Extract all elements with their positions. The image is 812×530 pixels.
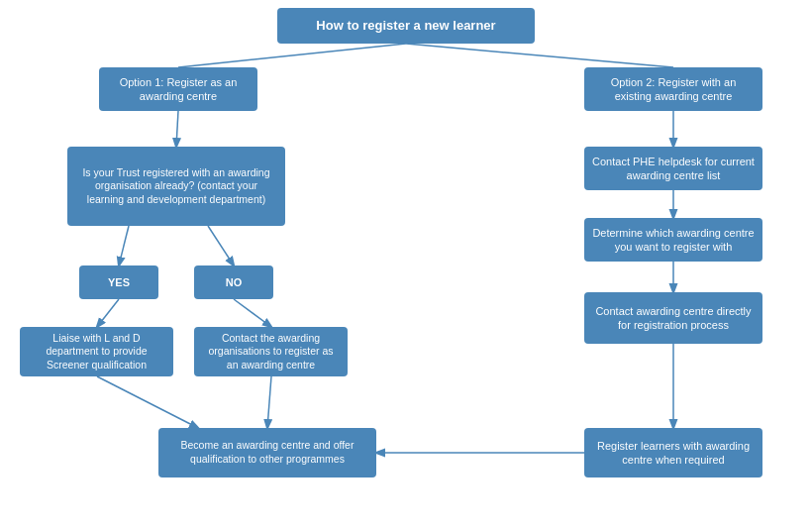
contact-awarding-org-box: Contact the awarding organisations to re… (194, 327, 348, 376)
svg-line-6 (234, 299, 271, 327)
register-learners-box: Register learners with awarding centre w… (584, 428, 762, 477)
no-box: NO (194, 265, 273, 299)
phe-helpdesk-box: Contact PHE helpdesk for current awardin… (584, 147, 762, 190)
svg-line-3 (119, 226, 129, 265)
trust-question-box: Is your Trust registered with an awardin… (67, 147, 285, 226)
svg-line-8 (267, 376, 271, 428)
option1-box: Option 1: Register as an awarding centre (99, 67, 257, 111)
contact-centre-directly-box: Contact awarding centre directly for reg… (584, 292, 762, 344)
svg-line-7 (97, 376, 198, 428)
liaise-box: Liaise with L and D department to provid… (20, 327, 173, 376)
option2-box: Option 2: Register with an existing awar… (584, 67, 762, 111)
become-centre-box: Become an awarding centre and offer qual… (158, 428, 376, 477)
determine-box: Determine which awarding centre you want… (584, 218, 762, 262)
svg-line-0 (178, 44, 406, 67)
svg-line-2 (176, 111, 178, 147)
svg-line-1 (406, 44, 673, 67)
title-box: How to register a new learner (277, 8, 535, 44)
diagram-container: How to register a new learner Option 1: … (0, 0, 812, 530)
svg-line-4 (208, 226, 234, 265)
yes-box: YES (79, 265, 158, 299)
svg-line-5 (97, 299, 119, 327)
